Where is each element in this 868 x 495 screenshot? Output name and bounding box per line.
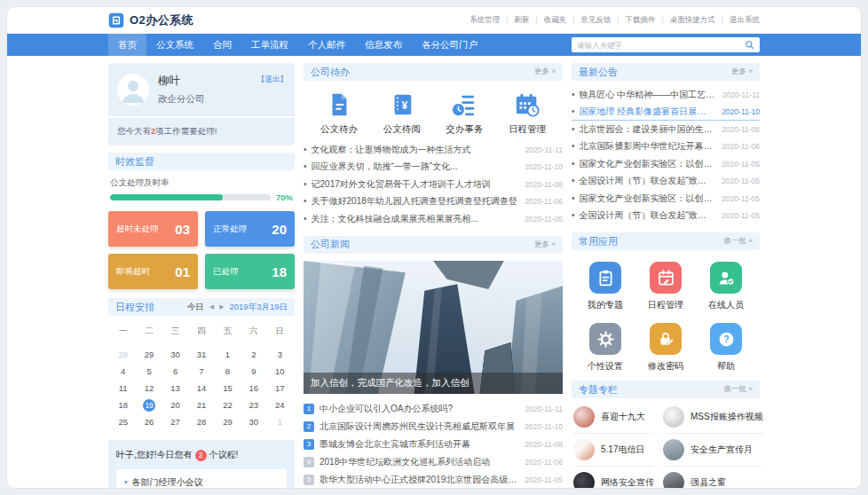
stat-tile[interactable]: 即将超时 01 [108, 254, 198, 289]
topic-item[interactable]: 喜迎十九大 [573, 401, 654, 434]
app-change-password[interactable]: 修改密码 [648, 323, 683, 373]
calendar-day[interactable]: 29 [136, 348, 162, 361]
shortcut-assigned-tasks[interactable]: 交办事务 [438, 91, 491, 136]
todo-more-link[interactable]: 更多 » [534, 67, 556, 77]
news-list-item[interactable]: 1 中小企业可以引入OA办公系统吗? 2020-11-11 [304, 400, 563, 418]
top-link[interactable]: 收藏夹 [544, 15, 581, 26]
calendar-day[interactable]: 23 [241, 398, 266, 412]
calendar-day[interactable]: 30 [241, 415, 266, 428]
calendar-day[interactable]: 19 [136, 398, 162, 412]
nav-item[interactable]: 工单流程 [241, 34, 298, 56]
top-link[interactable]: 桌面快捷方式 [670, 15, 730, 26]
app-help[interactable]: ? 帮助 [710, 323, 742, 373]
calendar-day[interactable]: 30 [162, 348, 188, 361]
news-list-item[interactable]: 4 2018中华世纪坛欧洲文化巡礼系列活动启动 2020-11-06 [304, 453, 563, 471]
calendar-next-icon[interactable]: ▶ [219, 303, 224, 310]
calendar-day[interactable]: 28 [110, 348, 136, 361]
calendar-day[interactable]: 6 [162, 365, 188, 378]
news-list-item[interactable]: 2 北京国际设计周携苏州民生设计亮相威尼斯双年展 2020-11-10 [304, 418, 563, 436]
news-more-link[interactable]: 更多 » [534, 240, 556, 250]
calendar-day[interactable]: 27 [162, 415, 188, 428]
calendar-day[interactable]: 11 [110, 381, 136, 395]
apps-refresh-link[interactable]: 换一批 » [723, 236, 753, 247]
calendar-day[interactable]: 24 [267, 398, 293, 412]
calendar-day[interactable]: 4 [110, 365, 136, 378]
news-list-item[interactable]: 3 墨城友博会北京主宾城市系列活动开幕 2020-11-08 [304, 436, 563, 453]
calendar-day[interactable]: 12 [136, 381, 162, 395]
topic-item[interactable]: 安全生产宣传月 [663, 434, 763, 467]
topics-refresh-link[interactable]: 换一批 » [723, 384, 753, 395]
announcements-more-link[interactable]: 更多 » [731, 67, 753, 77]
announcement-item[interactable]: 全国设计周（节）联合发起“致敬中国... 2020-11-05 [572, 208, 760, 225]
calendar-day[interactable]: 5 [136, 365, 162, 378]
nav-item[interactable]: 合同 [203, 34, 241, 56]
search-input[interactable] [577, 41, 745, 50]
announcement-item[interactable]: 国家文化产业创新实验区：以创新驱... 2020-11-05 [572, 190, 760, 208]
calendar-day[interactable]: 17 [267, 381, 293, 395]
stat-tile[interactable]: 正常处理 20 [205, 211, 295, 247]
announcement-item[interactable]: 国家地理 经典影像盛宴首日展在中华... 2020-11-10 [572, 104, 760, 122]
calendar-day[interactable]: 1 [215, 348, 241, 361]
calendar-day[interactable]: 18 [110, 398, 136, 412]
shortcut-schedule[interactable]: 日程管理 [501, 91, 554, 136]
calendar-day[interactable]: 9 [241, 365, 266, 378]
app-online-users[interactable]: 在线人员 [708, 262, 744, 311]
announcement-item[interactable]: 北京世园会：建设美丽中国的生动实践 2020-11-08 [572, 121, 760, 138]
calendar-day[interactable]: 7 [188, 365, 214, 378]
nav-item[interactable]: 信息发布 [355, 34, 412, 56]
agenda-item[interactable]: 各部门经理小会议 9:00-9:30 [116, 469, 287, 488]
todo-list-item[interactable]: 记2017对外文化贸易骨干人才培训干人才培训 2020-11-08 [304, 176, 563, 193]
calendar-day[interactable]: 25 [110, 415, 136, 428]
today-button[interactable]: 今日 [187, 302, 204, 313]
calendar-day[interactable]: 10 [267, 365, 293, 378]
shortcut-doc-pending[interactable]: 公文待办 [312, 91, 366, 136]
top-link[interactable]: 下载插件 [626, 15, 670, 26]
todo-list-item[interactable]: 关注：文化科技融合成果展亮相果展亮相... 2020-11-05 [304, 210, 563, 228]
shortcut-doc-read[interactable]: ¥ 公文待阅 [375, 91, 429, 136]
calendar-day[interactable]: 31 [188, 348, 214, 361]
nav-item[interactable]: 首页 [108, 34, 146, 56]
top-link[interactable]: 意见反馈 [580, 15, 625, 26]
news-list-item[interactable]: 5 歌华大型活动中心正式授牌2019北京世园会高级赞助商 2020-11-05 [304, 471, 563, 489]
calendar-day[interactable]: 28 [188, 415, 214, 428]
todo-list-item[interactable]: 回应业界关切，助推“一带一路”文化... 2020-11-10 [304, 159, 563, 177]
announcement-item[interactable]: 全国设计周（节）联合发起“致敬中国... 2020-11-05 [572, 173, 760, 191]
calendar-day[interactable]: 3 [267, 348, 293, 361]
calendar-day[interactable]: 16 [241, 381, 266, 395]
calendar-day[interactable]: 22 [215, 398, 241, 412]
news-banner[interactable]: 加入信创，完成国产化改造，加入信创 [304, 261, 563, 394]
topic-item[interactable]: 强县之窗 [663, 467, 763, 488]
logout-link[interactable]: 【退出】 [257, 75, 288, 85]
app-personal-settings[interactable]: 个性设置 [588, 323, 623, 373]
calendar-day[interactable]: 8 [215, 365, 241, 378]
top-link[interactable]: 退出系统 [730, 15, 760, 26]
stat-tile[interactable]: 已处理 18 [205, 254, 295, 289]
calendar-day[interactable]: 14 [188, 381, 214, 395]
topic-item[interactable]: MSS报账操作视频 [663, 401, 763, 434]
topic-item[interactable]: 5.17电信日 [573, 434, 654, 467]
calendar-day[interactable]: 29 [215, 415, 241, 428]
app-my-topics[interactable]: 我的专题 [588, 262, 623, 311]
calendar-day[interactable]: 1 [267, 415, 293, 428]
calendar-day[interactable]: 15 [215, 381, 241, 395]
calendar-day[interactable]: 2 [241, 348, 266, 361]
calendar-prev-icon[interactable]: ◀ [209, 303, 214, 310]
search-icon[interactable] [745, 40, 754, 50]
calendar-day[interactable]: 26 [136, 415, 162, 428]
topic-item[interactable]: 网络安全宣传 [573, 467, 654, 488]
app-schedule[interactable]: 日程管理 [648, 262, 683, 311]
announcement-item[interactable]: 北京国际摄影周中华世纪坛开幕 聚焦... 2020-11-06 [572, 138, 760, 156]
nav-item[interactable]: 公文系统 [146, 34, 203, 56]
top-link[interactable]: 刷新 [514, 15, 543, 26]
calendar-day[interactable]: 21 [188, 398, 214, 412]
todo-list-item[interactable]: 文化观察：让逛博物馆成为一种生活方式 2020-11-11 [304, 141, 563, 159]
announcement-item[interactable]: 独具匠心 中华精神——中国工艺美术... 2020-11-11 [572, 86, 760, 104]
todo-list-item[interactable]: 关于做好2018年幼儿园入托调查登托调查登托调查登 2020-11-06 [304, 193, 563, 211]
nav-item[interactable]: 各分公司门户 [412, 34, 487, 56]
announcement-item[interactable]: 国家文化产业创新实验区：以创新驱... 2020-11-05 [572, 155, 760, 173]
top-link[interactable]: 系统管理 [470, 15, 514, 26]
calendar-day[interactable]: 13 [162, 381, 188, 395]
stat-tile[interactable]: 超时未处理 03 [108, 211, 198, 247]
calendar-day[interactable]: 20 [162, 398, 188, 412]
nav-item[interactable]: 个人邮件 [298, 34, 355, 56]
